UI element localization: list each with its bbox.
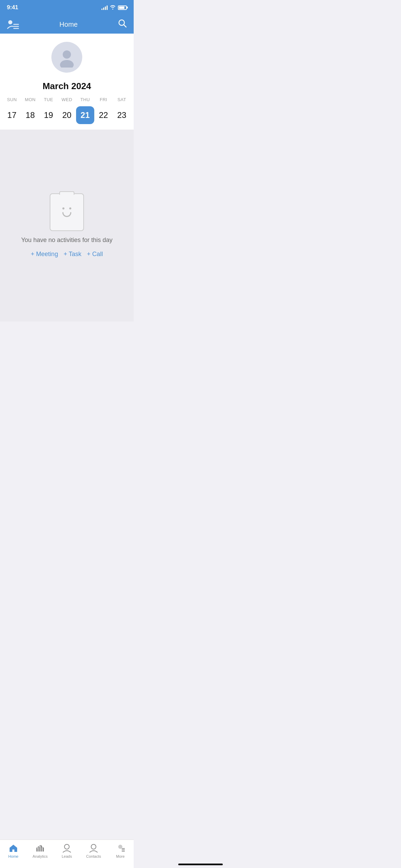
calendar-weekday-headers: SUN MON TUE WED THU FRI SAT [0,96,134,104]
svg-point-0 [8,20,12,24]
calendar-week-row: 17 18 19 20 21 22 23 [0,104,134,124]
weekday-mon: MON [21,96,39,104]
status-icons [101,5,127,11]
smiley-mouth [62,212,71,217]
add-call-link[interactable]: + Call [87,251,103,258]
wifi-icon [110,5,116,11]
calendar-day-21-today[interactable]: 21 [76,106,94,124]
calendar: SUN MON TUE WED THU FRI SAT 17 18 19 20 … [0,96,134,130]
weekday-tue: TUE [39,96,58,104]
search-icon[interactable] [118,19,127,30]
calendar-day-19[interactable]: 19 [39,106,58,124]
svg-point-3 [63,50,71,59]
weekday-sat: SAT [113,96,131,104]
signal-icon [101,5,108,10]
calendar-day-23[interactable]: 23 [113,106,131,124]
add-meeting-link[interactable]: + Meeting [31,251,58,258]
empty-state: You have no activities for this day + Me… [21,193,113,258]
smiley-eyes [62,207,71,209]
avatar-silhouette [57,47,77,68]
calendar-day-17[interactable]: 17 [3,106,21,124]
smiley-icon [62,207,71,217]
calendar-day-22[interactable]: 22 [94,106,112,124]
avatar-section [0,34,134,78]
status-time: 9:41 [7,4,18,11]
empty-notebook-icon [50,193,84,231]
nav-bar: Home [0,15,134,34]
weekday-fri: FRI [94,96,112,104]
weekday-sun: SUN [3,96,21,104]
smiley-eye-right [69,207,71,209]
battery-icon [118,5,127,10]
empty-state-message: You have no activities for this day [21,237,113,244]
calendar-month-title: March 2024 [0,78,134,96]
activity-area: You have no activities for this day + Me… [0,130,134,322]
smiley-eye-left [62,207,64,209]
calendar-day-20[interactable]: 20 [58,106,76,124]
status-bar: 9:41 [0,0,134,15]
action-links: + Meeting + Task + Call [31,251,103,258]
page-title: Home [59,21,77,28]
add-task-link[interactable]: + Task [63,251,81,258]
app-logo [7,20,19,29]
avatar [51,42,82,73]
svg-point-4 [60,60,74,68]
svg-line-2 [124,25,126,27]
weekday-wed: WED [58,96,76,104]
main-content: March 2024 SUN MON TUE WED THU FRI SAT 1… [0,34,134,130]
calendar-day-18[interactable]: 18 [21,106,39,124]
weekday-thu: THU [76,96,94,104]
